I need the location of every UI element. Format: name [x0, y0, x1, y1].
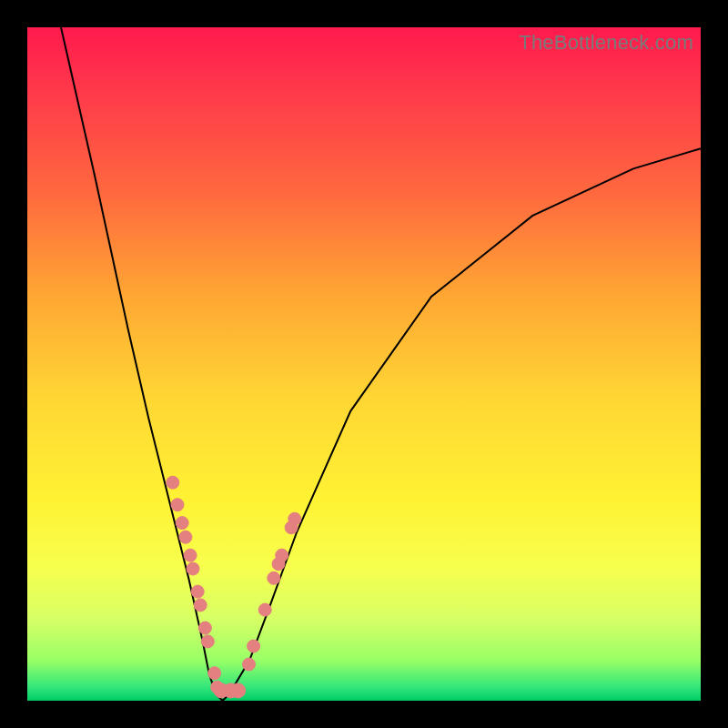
marker-dot [231, 683, 246, 698]
chart-plot-area: TheBottleneck.com [27, 27, 701, 701]
marker-dot [171, 499, 184, 511]
marker-dot [191, 585, 204, 598]
marker-dot [288, 512, 301, 525]
marker-dot [198, 622, 211, 634]
marker-dot [243, 658, 256, 671]
curve-svg [27, 27, 701, 701]
marker-dot [167, 476, 179, 489]
marker-dot [276, 549, 288, 561]
marker-dot [176, 517, 188, 530]
marker-dot [179, 531, 192, 543]
marker-dot [268, 571, 280, 584]
marker-group [167, 476, 301, 698]
marker-dot [248, 640, 260, 652]
marker-dot [258, 603, 271, 616]
bottleneck-curve [61, 27, 701, 701]
marker-dot [201, 635, 214, 648]
marker-dot [194, 599, 207, 612]
marker-dot [187, 562, 199, 575]
marker-dot [208, 667, 221, 680]
marker-dot [184, 549, 197, 561]
